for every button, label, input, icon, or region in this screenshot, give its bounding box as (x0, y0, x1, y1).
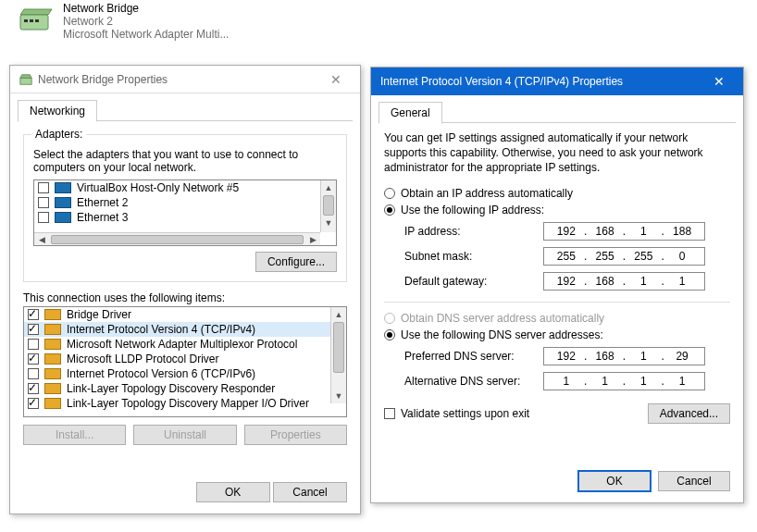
close-button[interactable]: ✕ (319, 69, 353, 90)
item-label: Internet Protocol Version 4 (TCP/IPv4) (67, 323, 255, 336)
tabstrip: Networking (10, 93, 360, 121)
dialog-title: Internet Protocol Version 4 (TCP/IPv4) P… (380, 75, 623, 88)
tab-pane: Adapters: Select the adapters that you w… (10, 121, 360, 473)
connection-item-row[interactable]: Internet Protocol Version 6 (TCP/IPv6) (24, 366, 330, 381)
label-ip: IP address: (404, 225, 543, 238)
checkbox-icon[interactable] (28, 353, 39, 365)
radio-label: Obtain an IP address automatically (401, 187, 573, 200)
validate-label: Validate settings upon exit (401, 407, 529, 420)
vertical-scrollbar[interactable]: ▲ ▼ (320, 180, 336, 232)
item-label: Microsoft LLDP Protocol Driver (67, 353, 219, 365)
connection-item-row[interactable]: Bridge Driver (24, 307, 330, 322)
adapter-row[interactable]: Ethernet 2 (34, 195, 336, 210)
adapter-label: Ethernet 3 (77, 211, 128, 224)
checkbox-icon[interactable] (28, 383, 39, 394)
preferred-dns-input[interactable]: 192. 168. 1. 29 (543, 347, 705, 365)
adapter-row[interactable]: VirtualBox Host-Only Network #5 (34, 180, 336, 195)
scroll-down-icon[interactable]: ▼ (321, 216, 336, 230)
ip-address-input[interactable]: 192. 168. 1. 188 (543, 222, 705, 241)
scroll-thumb[interactable] (51, 235, 304, 244)
scroll-up-icon[interactable]: ▲ (321, 180, 336, 195)
scroll-left-icon[interactable]: ◀ (34, 233, 49, 245)
label-dns1: Preferred DNS server: (404, 350, 543, 363)
scroll-right-icon[interactable]: ▶ (305, 233, 320, 245)
ok-button[interactable]: OK (196, 482, 270, 502)
cancel-button[interactable]: Cancel (273, 482, 347, 502)
radio-icon (384, 313, 395, 324)
desktop-item-labels: Network Bridge Network 2 Microsoft Netwo… (63, 2, 229, 41)
uninstall-button[interactable]: Uninstall (133, 425, 236, 445)
radio-auto-dns: Obtain DNS server address automatically (384, 312, 730, 325)
advanced-button[interactable]: Advanced... (648, 403, 730, 424)
protocol-icon (44, 383, 61, 394)
tab-general[interactable]: General (378, 102, 442, 124)
adapters-group: Adapters: Select the adapters that you w… (23, 134, 347, 282)
checkbox-icon[interactable] (28, 398, 39, 409)
desktop-item-line3: Microsoft Network Adapter Multi... (63, 28, 229, 41)
connection-item-row[interactable]: Link-Layer Topology Discovery Responder (24, 381, 330, 396)
connection-items-listbox[interactable]: Bridge DriverInternet Protocol Version 4… (23, 306, 347, 417)
connection-item-row[interactable]: Link-Layer Topology Discovery Mapper I/O… (24, 396, 330, 411)
scroll-thumb[interactable] (333, 322, 344, 373)
radio-auto-ip[interactable]: Obtain an IP address automatically (384, 187, 730, 200)
radio-label: Use the following IP address: (401, 204, 544, 217)
protocol-icon (44, 368, 61, 379)
adapter-label: Ethernet 2 (77, 196, 128, 209)
horizontal-scrollbar[interactable]: ◀ ▶ (34, 232, 320, 245)
checkbox-icon[interactable] (38, 197, 49, 208)
network-bridge-icon (19, 73, 32, 86)
cancel-button[interactable]: Cancel (658, 471, 730, 491)
network-adapter-icon (55, 182, 71, 193)
install-button[interactable]: Install... (23, 425, 126, 445)
item-label: Microsoft Network Adapter Multiplexor Pr… (67, 338, 297, 351)
connection-item-row[interactable]: Internet Protocol Version 4 (TCP/IPv4) (24, 322, 330, 337)
network-adapter-icon (55, 212, 71, 223)
checkbox-icon[interactable] (28, 309, 39, 320)
radio-manual-ip[interactable]: Use the following IP address: (384, 204, 730, 217)
default-gateway-input[interactable]: 192. 168. 1. 1 (543, 272, 705, 291)
radio-manual-dns[interactable]: Use the following DNS server addresses: (384, 328, 730, 341)
scroll-down-icon[interactable]: ▼ (331, 389, 346, 403)
adapter-row[interactable]: Ethernet 3 (34, 210, 336, 225)
titlebar[interactable]: Internet Protocol Version 4 (TCP/IPv4) P… (371, 68, 743, 95)
svg-rect-3 (30, 19, 33, 22)
dialog-title: Network Bridge Properties (38, 73, 168, 86)
checkbox-icon[interactable] (28, 339, 39, 350)
label-gateway: Default gateway: (404, 275, 543, 288)
connection-item-row[interactable]: Microsoft Network Adapter Multiplexor Pr… (24, 337, 330, 352)
connection-item-row[interactable]: Microsoft LLDP Protocol Driver (24, 352, 330, 366)
svg-rect-2 (24, 19, 28, 22)
intro-text: You can get IP settings assigned automat… (384, 130, 730, 176)
radio-icon (384, 188, 395, 199)
properties-button[interactable]: Properties (244, 425, 347, 445)
dialog-footer: OK Cancel (10, 473, 360, 513)
titlebar[interactable]: Network Bridge Properties ✕ (10, 66, 360, 93)
adapters-listbox[interactable]: VirtualBox Host-Only Network #5Ethernet … (33, 179, 337, 246)
scroll-up-icon[interactable]: ▲ (331, 307, 346, 322)
vertical-scrollbar[interactable]: ▲ ▼ (330, 307, 346, 403)
label-mask: Subnet mask: (404, 250, 543, 263)
checkbox-icon[interactable] (38, 212, 49, 223)
item-label: Internet Protocol Version 6 (TCP/IPv6) (67, 367, 255, 380)
protocol-icon (44, 324, 61, 335)
dialog-footer: OK Cancel (371, 462, 743, 502)
bridge-device-icon (17, 7, 56, 33)
label-dns2: Alternative DNS server: (404, 375, 543, 388)
checkbox-icon[interactable] (28, 368, 39, 379)
configure-button[interactable]: Configure... (255, 252, 337, 272)
protocol-icon (44, 398, 61, 409)
checkbox-icon[interactable] (38, 182, 49, 193)
svg-marker-6 (20, 74, 31, 78)
ip-fields: IP address: 192. 168. 1. 188 Subnet mask… (404, 222, 730, 291)
scroll-thumb[interactable] (323, 195, 334, 216)
checkbox-icon[interactable] (28, 324, 39, 335)
adapters-legend: Adapters: (31, 128, 86, 141)
desktop-network-bridge-item[interactable]: Network Bridge Network 2 Microsoft Netwo… (17, 2, 229, 41)
validate-checkbox[interactable]: Validate settings upon exit (384, 407, 529, 420)
subnet-mask-input[interactable]: 255. 255. 255. 0 (543, 247, 705, 266)
alternative-dns-input[interactable]: 1. 1. 1. 1 (543, 372, 705, 390)
tab-networking[interactable]: Networking (18, 100, 97, 122)
close-button[interactable]: ✕ (702, 71, 736, 92)
ok-button[interactable]: OK (578, 471, 651, 491)
radio-icon (384, 204, 395, 216)
